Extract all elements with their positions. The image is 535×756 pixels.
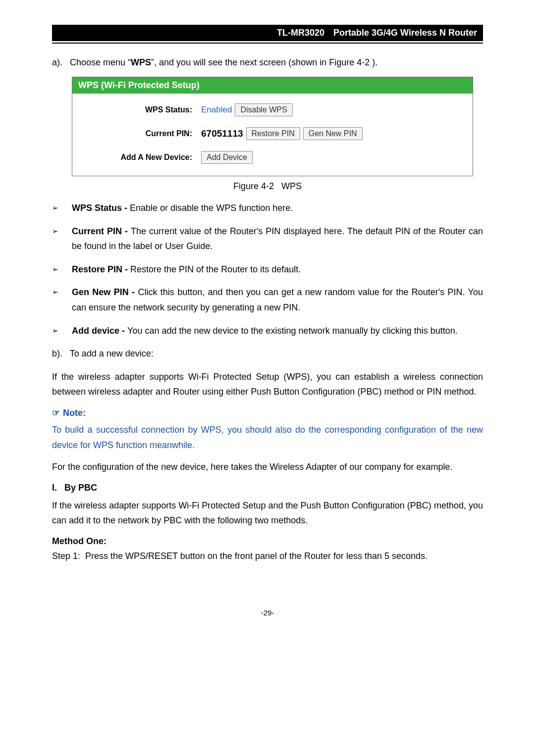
- section-b-paragraph: If the wireless adapter supports Wi-Fi P…: [52, 369, 483, 400]
- current-pin-value: 67051113: [201, 128, 243, 139]
- section-b-heading: b). To add a new device:: [52, 346, 483, 361]
- bullet-term: Restore PIN -: [72, 264, 130, 274]
- bullet-wps-status: ➢ WPS Status - Enable or disable the WPS…: [52, 201, 483, 216]
- add-device-button[interactable]: Add Device: [201, 151, 253, 164]
- header-product: Portable 3G/4G Wireless N Router: [333, 28, 477, 38]
- wps-status-label: WPS Status:: [78, 105, 201, 114]
- document-header: TL-MR3020 Portable 3G/4G Wireless N Rout…: [52, 25, 483, 41]
- step-1: Step 1: Press the WPS/RESET button on th…: [52, 549, 483, 564]
- bullet-desc: You can add the new device to the existi…: [127, 326, 458, 336]
- bullet-desc: Enable or disable the WPS function here.: [130, 203, 293, 213]
- current-pin-label: Current PIN:: [78, 129, 201, 138]
- bullet-term: Gen New PIN -: [72, 287, 138, 297]
- wps-figure-title: WPS (Wi-Fi Protected Setup): [72, 77, 473, 94]
- gen-new-pin-button[interactable]: Gen New PIN: [303, 127, 363, 140]
- wps-figure: WPS (Wi-Fi Protected Setup) WPS Status: …: [72, 77, 473, 176]
- note-heading-text: Note:: [63, 408, 86, 418]
- section-a-intro: a). Choose menu “WPS”, and you will see …: [52, 57, 483, 68]
- bullet-arrow-icon: ➢: [52, 323, 72, 339]
- note-heading: ☞Note:: [52, 407, 483, 418]
- wps-status-value: Enabled: [201, 105, 232, 115]
- page-number: -29-: [52, 608, 483, 617]
- wps-status-row: WPS Status: Enabled Disable WPS: [78, 103, 467, 116]
- section-a-menu: WPS: [131, 57, 151, 67]
- header-model: TL-MR3020: [277, 28, 333, 38]
- bullet-restore-pin: ➢ Restore PIN - Restore the PIN of the R…: [52, 262, 483, 277]
- bullet-arrow-icon: ➢: [52, 224, 72, 254]
- current-pin-row: Current PIN: 67051113 Restore PIN Gen Ne…: [78, 127, 467, 140]
- bullet-arrow-icon: ➢: [52, 201, 72, 216]
- add-device-label: Add A New Device:: [78, 153, 201, 162]
- bullet-term: WPS Status -: [72, 203, 130, 213]
- figure-caption: Figure 4-2 WPS: [52, 181, 483, 192]
- by-pbc-heading: I. By PBC: [52, 483, 483, 493]
- section-a-prefix: a). Choose menu “: [52, 57, 131, 67]
- bullet-current-pin: ➢ Current PIN - The current value of the…: [52, 224, 483, 254]
- header-divider: [52, 43, 483, 44]
- bullet-term: Current PIN -: [72, 226, 131, 236]
- feature-bullet-list: ➢ WPS Status - Enable or disable the WPS…: [52, 201, 483, 338]
- bullet-arrow-icon: ➢: [52, 262, 72, 277]
- disable-wps-button[interactable]: Disable WPS: [235, 103, 292, 116]
- method-one-heading: Method One:: [52, 536, 483, 547]
- bullet-arrow-icon: ➢: [52, 285, 72, 315]
- restore-pin-button[interactable]: Restore PIN: [246, 127, 300, 140]
- bullet-gen-new-pin: ➢ Gen New PIN - Click this button, and t…: [52, 285, 483, 315]
- bullet-desc: Restore the PIN of the Router to its def…: [130, 264, 301, 274]
- bullet-desc: The current value of the Router's PIN di…: [72, 226, 483, 252]
- config-paragraph: For the configuration of the new device,…: [52, 459, 483, 475]
- add-device-row: Add A New Device: Add Device: [78, 151, 467, 164]
- pointing-hand-icon: ☞: [52, 408, 60, 418]
- section-a-suffix: ”, and you will see the next screen (sho…: [151, 57, 377, 67]
- pbc-paragraph: If the wireless adapter supports Wi-Fi P…: [52, 498, 483, 528]
- bullet-term: Add device -: [72, 326, 127, 336]
- note-text: To build a successful connection by WPS,…: [52, 422, 483, 453]
- bullet-add-device: ➢ Add device - You can add the new devic…: [52, 323, 483, 339]
